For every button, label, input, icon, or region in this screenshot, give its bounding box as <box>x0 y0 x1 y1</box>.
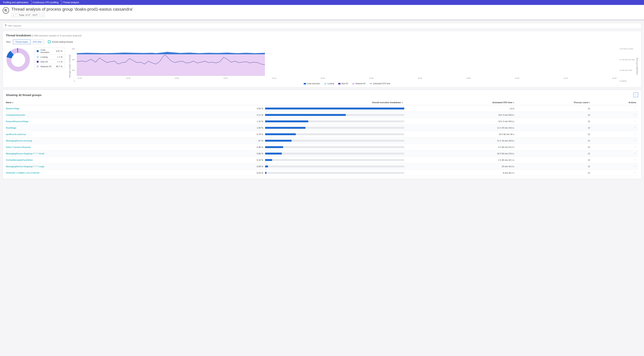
breakdown-subtitle: (3.48M stacktrace samples of 12 processe… <box>32 34 82 37</box>
row-actions-button[interactable]: ⋯ <box>634 146 636 148</box>
seg-cpu-time[interactable]: CPU time <box>30 40 44 44</box>
legend-name: Code execution <box>40 49 54 54</box>
row-actions-button[interactable]: ⋯ <box>634 120 636 122</box>
breadcrumb-item-cpu-profiling[interactable]: Continuous CPU profiling <box>31 0 61 5</box>
row-bar <box>265 120 404 122</box>
row-cpu-time: 8 min 36.2 s <box>404 172 518 174</box>
row-percent: 1.15 % <box>221 120 265 122</box>
row-actions-button[interactable]: ⋯ <box>634 114 636 116</box>
row-cpu-time: 19 h 3 min 58.6 s <box>404 114 518 116</box>
legend-row[interactable]: Network I/O89.7 % <box>34 64 65 69</box>
row-process-count: 12 <box>518 152 594 155</box>
legend-name: Disk I/O <box>40 60 55 63</box>
page-title: Thread analysis of process group 'doaks-… <box>11 7 133 12</box>
thread-group-link[interactable]: PerDiskMemtableFlushWriter <box>6 159 221 161</box>
table-row: MutationStage3.55 %1.6 d12⋯ <box>6 105 638 112</box>
chart-legend: Code executionLockingDisk I/ONetwork I/O… <box>77 82 617 85</box>
breadcrumb-item-thread-analysis[interactable]: Thread analysis <box>61 0 82 5</box>
col-header-name[interactable]: Name⇅ <box>6 101 221 104</box>
legend-value: 89.7 % <box>56 65 62 68</box>
include-waiting-toggle[interactable]: Include waiting threads <box>48 40 73 43</box>
row-percent: 0.03 % <box>221 172 265 174</box>
filter-bar[interactable]: Filter requests: <box>3 23 641 28</box>
svg-rect-8 <box>77 54 265 76</box>
legend-value: < 1 % <box>57 56 62 58</box>
row-percent: 0.78 % <box>221 133 265 136</box>
table-row: MessagingService-Incoming87 %11 h 16 min… <box>6 138 638 144</box>
table-row: epollEventLoopGroup0.78 %16 h 56 min 34 … <box>6 131 638 138</box>
row-actions-button[interactable]: ⋯ <box>634 133 636 135</box>
legend-row[interactable]: Code execution9.97 % <box>34 48 65 54</box>
view-toggle: Thread states CPU time <box>13 40 44 44</box>
thread-group-link[interactable]: CompactionExecutor <box>6 114 221 116</box>
legend-row[interactable]: Disk I/O< 1 % <box>34 59 65 64</box>
row-percent: 1.05 % <box>221 127 265 129</box>
row-actions-button[interactable]: ⋯ <box>634 139 636 142</box>
time-range-selector[interactable]: Today, 12:27 - 14:27 <box>17 13 40 17</box>
row-bar <box>265 108 404 110</box>
breadcrumb-item-profiling[interactable]: Profiling and optimization <box>1 0 31 5</box>
y-axis-left-label: Average number of threads <box>69 48 71 85</box>
row-bar <box>265 114 404 116</box>
row-bar <box>265 140 404 142</box>
table-row: MessagingService-Outgoing-/*.*.*.*-Large… <box>6 163 638 170</box>
chart-legend-item: Code execution <box>304 82 320 85</box>
col-header-overall[interactable]: Overall execution breakdown ▼ <box>265 101 404 104</box>
thread-group-link[interactable]: PERIODIC-COMMIT-LOG-SYNCER <box>6 172 221 174</box>
thread-group-link[interactable]: ReadStage <box>6 127 221 129</box>
filter-icon <box>5 24 7 27</box>
col-header-cpu[interactable]: Estimated CPU time⇅ <box>404 101 518 104</box>
row-actions-button[interactable]: ⋯ <box>634 107 636 110</box>
thread-group-link[interactable]: RequestResponseStage <box>6 120 221 122</box>
table-row: PERIODIC-COMMIT-LOG-SYNCER0.03 %8 min 36… <box>6 170 638 176</box>
seg-thread-states[interactable]: Thread states <box>13 40 30 44</box>
row-percent: 2.11 % <box>221 114 265 116</box>
thread-group-link[interactable]: MessagingService-Outgoing-/*.*.*.*-Small <box>6 152 221 155</box>
row-percent: 0.46 % <box>221 146 265 148</box>
table-row: CompactionExecutor2.11 %19 h 3 min 58.6 … <box>6 112 638 118</box>
row-actions-button[interactable]: ⋯ <box>634 159 636 161</box>
col-header-process-count[interactable]: Process count⇅ <box>518 101 594 104</box>
filter-label: Filter requests: <box>8 24 22 27</box>
row-cpu-time: 11 h 29 min 24.5 s <box>404 127 518 129</box>
row-bar <box>265 133 404 135</box>
row-actions-button[interactable]: ⋯ <box>634 172 636 174</box>
thread-group-link[interactable]: MessagingService-Outgoing-/*.*.*.*-Large <box>6 165 221 168</box>
table-row: ReadStage1.05 %11 h 29 min 24.5 s12⋯ <box>6 124 638 131</box>
table-options-button[interactable]: ⋯ <box>634 92 638 97</box>
y-axis-right-label: Estimated CPU time <box>636 48 638 85</box>
breadcrumb: Profiling and optimization Continuous CP… <box>0 0 644 5</box>
chart-legend-item: Disk I/O <box>338 82 348 85</box>
table-body: MutationStage3.55 %1.6 d12⋯CompactionExe… <box>6 105 638 176</box>
legend-row[interactable]: Locking< 1 % <box>34 54 65 59</box>
row-percent: 3.55 % <box>221 107 265 110</box>
thread-group-link[interactable]: MutationStage <box>6 107 221 110</box>
row-percent: 0.06 % <box>221 165 265 168</box>
row-process-count: 12 <box>518 114 594 116</box>
table-header-row: Name⇅ Overall execution breakdown ▼ Esti… <box>6 100 638 105</box>
analysis-icon <box>3 7 9 14</box>
legend-name: Locking <box>40 56 55 58</box>
breakdown-title: Thread breakdown <box>6 34 31 37</box>
row-bar <box>265 159 404 161</box>
breakdown-timeseries-chart <box>77 48 265 76</box>
row-process-count: 12 <box>518 140 594 142</box>
row-process-count: 12 <box>518 172 594 174</box>
time-next-button[interactable]: › <box>41 13 45 17</box>
row-process-count: 12 <box>518 146 594 148</box>
checkbox-icon <box>48 40 50 43</box>
row-actions-button[interactable]: ⋯ <box>634 126 636 129</box>
row-bar <box>265 166 404 168</box>
row-actions-button[interactable]: ⋯ <box>634 152 636 154</box>
row-actions-button[interactable]: ⋯ <box>634 165 636 168</box>
y-axis-left-ticks: 6004002000 <box>72 48 76 85</box>
row-bar <box>265 172 404 174</box>
thread-group-link[interactable]: Native-Transport-Requests <box>6 146 221 148</box>
row-cpu-time: 3 h 46 min 53.2 s <box>404 146 518 148</box>
legend-value: < 1 % <box>57 60 62 63</box>
time-prev-button[interactable]: ‹ <box>11 13 16 17</box>
legend-swatch <box>37 61 39 63</box>
thread-group-link[interactable]: epollEventLoopGroup <box>6 133 221 136</box>
row-bar <box>265 127 404 129</box>
thread-group-link[interactable]: MessagingService-Incoming <box>6 140 221 142</box>
